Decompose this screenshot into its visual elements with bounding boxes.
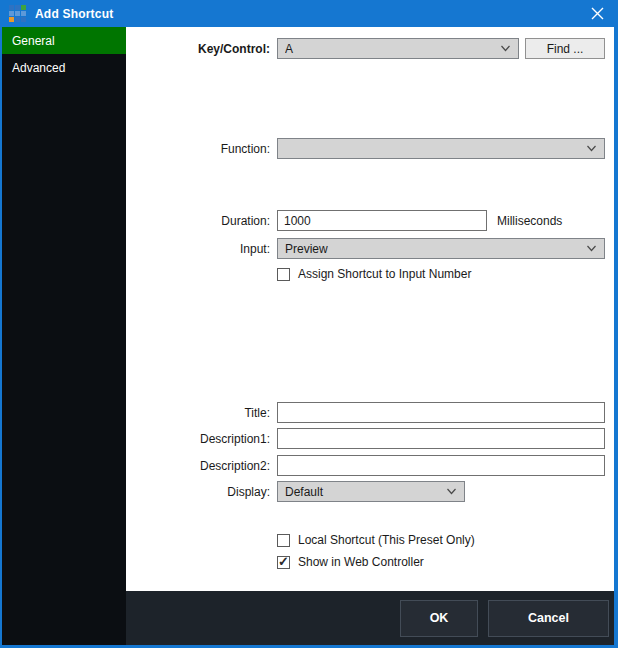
description2-input[interactable] [277, 455, 605, 476]
key-control-value: A [285, 42, 494, 56]
chevron-down-icon [586, 145, 597, 152]
description2-label: Description2: [126, 459, 270, 473]
title-input[interactable] [277, 402, 605, 423]
key-control-label: Key/Control: [126, 42, 270, 56]
description1-input[interactable] [277, 428, 605, 449]
main-panel: Key/Control: A Find ... Function: [126, 27, 614, 645]
key-control-select[interactable]: A [277, 38, 519, 59]
chevron-down-icon [586, 245, 597, 252]
duration-unit-label: Milliseconds [497, 214, 562, 228]
chevron-down-icon [500, 45, 511, 52]
assign-shortcut-checkbox[interactable] [277, 268, 290, 281]
dialog-body: General Advanced Key/Control: A Find ...… [2, 27, 614, 645]
local-shortcut-checkbox[interactable] [277, 534, 290, 547]
assign-shortcut-label: Assign Shortcut to Input Number [298, 267, 471, 281]
web-controller-label: Show in Web Controller [298, 555, 424, 569]
close-icon [591, 7, 604, 20]
web-controller-checkbox[interactable] [277, 556, 290, 569]
ok-button[interactable]: OK [400, 600, 478, 637]
sidebar-tab-advanced[interactable]: Advanced [2, 54, 126, 81]
display-select[interactable]: Default [277, 481, 465, 502]
input-value: Preview [285, 242, 580, 256]
app-logo-icon [9, 5, 26, 22]
find-button[interactable]: Find ... [525, 38, 605, 59]
local-shortcut-label: Local Shortcut (This Preset Only) [298, 533, 475, 547]
duration-input[interactable] [277, 210, 487, 231]
description1-label: Description1: [126, 432, 270, 446]
footer-bar: OK Cancel [126, 591, 614, 645]
sidebar: General Advanced [2, 27, 126, 645]
chevron-down-icon [446, 488, 457, 495]
window-title: Add Shortcut [35, 7, 113, 21]
title-label: Title: [126, 406, 270, 420]
duration-label: Duration: [126, 214, 270, 228]
sidebar-tab-general[interactable]: General [2, 27, 126, 54]
display-value: Default [285, 485, 440, 499]
cancel-button[interactable]: Cancel [488, 600, 609, 637]
function-select[interactable] [277, 138, 605, 159]
input-label: Input: [126, 242, 270, 256]
add-shortcut-dialog: Add Shortcut General Advanced Key/Contro… [0, 0, 618, 648]
function-label: Function: [126, 142, 270, 156]
close-button[interactable] [580, 0, 614, 27]
input-select[interactable]: Preview [277, 238, 605, 259]
titlebar: Add Shortcut [2, 0, 614, 27]
general-form: Key/Control: A Find ... Function: [126, 27, 614, 591]
display-label: Display: [126, 485, 270, 499]
